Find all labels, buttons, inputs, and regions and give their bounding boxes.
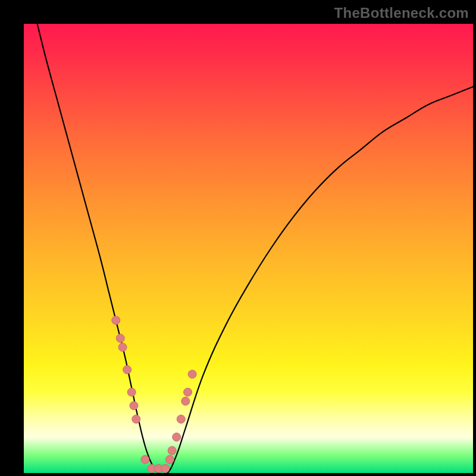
marker-point [116,334,124,343]
marker-point [141,455,149,464]
marker-point [168,446,176,455]
marker-point [161,464,170,472]
marker-point [173,433,181,441]
marker-point [118,343,127,352]
watermark-text: TheBottleneck.com [334,5,469,21]
marker-point [165,455,174,464]
marker-point [130,402,138,410]
chart-svg [24,24,473,473]
marker-point [184,388,192,396]
bottleneck-curve [37,24,473,475]
marker-point [181,397,190,405]
marker-point [188,370,196,378]
chart-container: TheBottleneck.com [0,0,476,476]
marker-point [112,316,120,324]
marker-point [123,365,131,374]
marker-point [132,415,140,423]
plot-area [24,24,473,473]
marker-point [127,388,136,396]
marker-point [177,415,185,423]
